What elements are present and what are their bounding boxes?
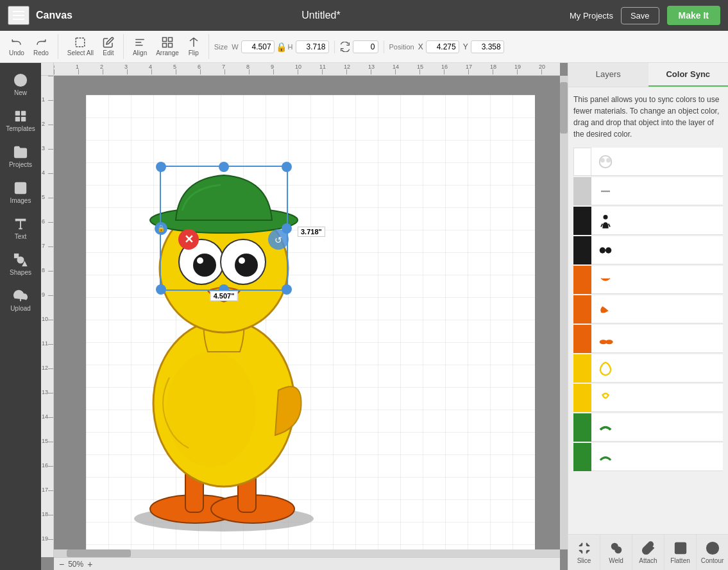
my-projects-button[interactable]: My Projects [570,11,613,21]
zoom-value: 50% [68,560,83,569]
contour-icon [706,541,720,555]
make-it-button[interactable]: Make It [667,6,720,25]
panel-tabs: Layers Color Sync [568,63,728,87]
sidebar-item-upload-label: Upload [10,305,31,312]
color-layer-green1[interactable] [573,413,723,442]
select-all-button[interactable]: Select All [63,34,97,59]
toolbar-select: Select All Edit [63,34,124,59]
color-layer-white[interactable] [573,148,723,176]
left-sidebar: New Templates Projects Images Text Shape… [0,63,41,570]
color-swatch-white [573,148,591,176]
sidebar-item-upload[interactable]: Upload [3,284,38,317]
scrollbar-horizontal-thumb[interactable] [67,549,131,557]
color-layer-orange3[interactable] [573,325,723,353]
arrange-button[interactable]: Arrange [152,34,183,59]
svg-rect-12 [21,111,26,116]
lock-icon[interactable]: 🔒 [276,42,287,52]
sidebar-item-shapes[interactable]: Shapes [3,248,38,281]
rotate-input[interactable] [353,40,378,53]
canvas-white: ✕ ↺ [86,95,535,549]
layer-thumbnail-black2 [594,239,617,262]
undo-button[interactable]: Undo [5,34,28,59]
scrollbar-vertical-thumb[interactable] [560,82,568,134]
toolbar-rotate [340,40,384,53]
color-swatch-yellow2 [573,384,591,412]
layer-icon-orange2 [597,300,614,318]
flatten-button[interactable]: Flatten [665,535,697,570]
svg-rect-7 [168,44,172,48]
color-layer-black2[interactable] [573,236,723,264]
align-button[interactable]: Align [129,34,151,59]
color-layer-green2[interactable] [573,443,723,471]
zoom-in-button[interactable]: + [87,559,92,569]
rotate-icon [340,42,350,52]
slice-icon [577,541,591,555]
attach-label: Attach [639,557,657,564]
tab-color-sync[interactable]: Color Sync [648,63,729,87]
duck-image[interactable]: ✕ ↺ [118,121,336,549]
panel-description: This panel allows you to sync colors to … [573,94,723,140]
hamburger-menu[interactable] [8,6,30,25]
scrollbar-vertical[interactable] [560,76,568,549]
color-layer-yellow1[interactable] [573,354,723,383]
canvas-area: 0123456789101112131415161718192021 12345… [41,63,568,570]
svg-rect-55 [675,542,686,553]
layer-thumbnail-black1 [594,209,617,232]
toolbar-undo-redo: Undo Redo [5,34,58,59]
svg-rect-4 [162,38,166,42]
contour-button[interactable]: Contour [697,535,728,570]
attach-icon [641,541,656,555]
flip-button[interactable]: Flip [184,34,203,59]
layer-thumbnail-yellow1 [594,357,617,380]
sidebar-item-projects[interactable]: Projects [3,140,38,173]
attach-button[interactable]: Attach [632,535,665,570]
x-input[interactable] [426,40,459,53]
ruler-corner [41,63,54,76]
svg-rect-11 [15,111,20,116]
flatten-icon [673,541,688,555]
sidebar-item-images-label: Images [10,197,31,204]
color-swatch-orange1 [573,266,591,294]
redo-button[interactable]: Redo [30,34,53,59]
color-layer-black1[interactable] [573,207,723,235]
scrollbar-horizontal[interactable] [54,549,560,557]
layer-thumbnail-green2 [594,445,617,469]
panel-bottom: Slice Weld Attach Flatten Contour [568,534,728,570]
svg-point-52 [605,340,613,344]
panel-content: This panel allows you to sync colors to … [568,87,728,534]
weld-label: Weld [609,557,623,564]
layer-icon-white [597,153,614,171]
zoom-bar: − 50% + [54,557,560,570]
sidebar-item-new[interactable]: New [3,68,38,101]
app-logo: Canvas [36,10,72,21]
duck-svg: ✕ ↺ [118,121,323,538]
edit-button[interactable]: Edit [99,34,118,59]
width-input[interactable] [241,40,275,53]
svg-rect-20 [15,254,19,258]
main-area: New Templates Projects Images Text Shape… [0,63,728,570]
toolbar-size: Size W 🔒 H [214,40,335,53]
sidebar-item-images[interactable]: Images [3,176,38,209]
svg-point-54 [615,547,621,553]
svg-text:✕: ✕ [184,233,194,246]
sidebar-item-text[interactable]: Text [3,212,38,245]
y-input[interactable] [471,40,504,53]
zoom-out-button[interactable]: − [59,559,64,569]
height-dim-label: 3.718" [298,227,325,237]
save-button[interactable]: Save [621,7,659,24]
layer-icon-gray [597,182,614,200]
layer-icon-orange3 [597,330,614,348]
canvas-viewport[interactable]: ✕ ↺ [54,76,560,549]
height-field: H [288,40,329,53]
svg-rect-0 [76,38,85,47]
tab-layers[interactable]: Layers [568,63,648,87]
svg-point-16 [17,185,19,187]
color-layer-orange1[interactable] [573,266,723,294]
weld-button[interactable]: Weld [600,535,632,570]
height-input[interactable] [296,40,329,53]
color-layer-orange2[interactable] [573,295,723,324]
sidebar-item-templates[interactable]: Templates [3,104,38,137]
color-layer-gray[interactable] [573,177,723,205]
slice-button[interactable]: Slice [568,535,600,570]
color-layer-yellow2[interactable] [573,384,723,412]
